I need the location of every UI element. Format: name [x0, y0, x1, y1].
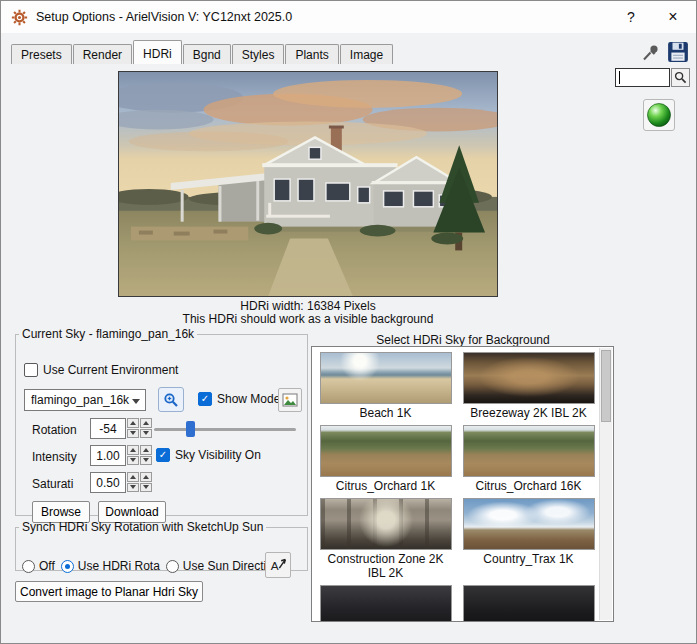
rotation-value[interactable]: -54: [90, 418, 126, 439]
saturation-label: Saturati: [32, 477, 73, 491]
hdri-thumbnail-label: Construction Zone 2K IBL 2K: [320, 552, 452, 580]
synch-group-title: Synch HDRi Sky Rotation with SketchUp Su…: [19, 520, 266, 534]
zoom-sky-button[interactable]: [158, 387, 184, 412]
tab-plants[interactable]: Plants: [285, 44, 338, 64]
show-mode-image-button[interactable]: [278, 388, 302, 412]
letter-a-arrow-icon: A: [268, 555, 288, 575]
sky-visibility-checkbox[interactable]: ✓ Sky Visibility On: [156, 448, 261, 462]
rotation-fine-up-button[interactable]: [140, 418, 152, 428]
hdri-item-beach[interactable]: Beach 1K: [314, 349, 457, 422]
slider-track: [154, 428, 296, 431]
radio-use-sun-direction[interactable]: Use Sun Directi: [166, 559, 266, 573]
up-arrow-icon: [143, 475, 149, 479]
saturation-fine-up-button[interactable]: [140, 472, 152, 482]
radio-dot: [22, 560, 35, 573]
slider-thumb[interactable]: [186, 421, 195, 437]
checkbox-box: ✓: [156, 448, 170, 462]
up-arrow-icon: [143, 421, 149, 425]
sky-select-dropdown[interactable]: flamingo_pan_16k: [24, 389, 146, 411]
rotation-fine-down-button[interactable]: [140, 429, 152, 439]
magnifier-icon: [674, 71, 687, 84]
save-button[interactable]: [667, 41, 689, 63]
search-input[interactable]: [615, 68, 670, 87]
hdri-thumbnail-label: Country_Trax 1K: [463, 552, 595, 566]
pin-button[interactable]: [641, 43, 661, 63]
saturation-down-button[interactable]: [127, 483, 139, 493]
tab-styles[interactable]: Styles: [232, 44, 285, 64]
intensity-fine-down-button[interactable]: [140, 456, 152, 466]
render-preview-image: [118, 71, 498, 297]
hdri-thumbnail-image: [320, 585, 452, 622]
hdri-list-scrollbar[interactable]: [599, 348, 612, 620]
down-arrow-icon: [143, 431, 149, 435]
checkbox-box: ✓: [198, 392, 212, 406]
show-mode-checkbox[interactable]: ✓ Show Mode: [198, 392, 280, 406]
hdri-thumbnail-image: [320, 498, 452, 550]
help-button[interactable]: ?: [610, 1, 652, 33]
hdri-width-caption: HDRi width: 16384 Pixels: [118, 299, 498, 313]
gear-icon: [11, 9, 28, 26]
tab-hdri[interactable]: HDRi: [133, 40, 182, 64]
intensity-fine-up-button[interactable]: [140, 445, 152, 455]
intensity-up-button[interactable]: [127, 445, 139, 455]
hdri-item-country-trax[interactable]: Country_Trax 1K: [457, 495, 600, 582]
rotation-down-button[interactable]: [127, 429, 139, 439]
tab-image[interactable]: Image: [340, 44, 393, 64]
radio-label: Use HDRi Rota: [78, 559, 160, 573]
north-angle-button[interactable]: A: [265, 552, 291, 578]
close-button[interactable]: ×: [652, 1, 694, 33]
blue-magnifier-icon: [163, 392, 179, 408]
up-arrow-icon: [143, 448, 149, 452]
intensity-down-button[interactable]: [127, 456, 139, 466]
hdri-item-citrus-orchard-1k[interactable]: Citrus_Orchard 1K: [314, 422, 457, 495]
sky-select-value: flamingo_pan_16k: [31, 393, 129, 407]
tab-presets[interactable]: Presets: [11, 44, 72, 64]
tab-strip: Presets Render HDRi Bgnd Styles Plants I…: [11, 40, 394, 64]
hdri-item-citrus-orchard-16k[interactable]: Citrus_Orchard 16K: [457, 422, 600, 495]
hdri-grid: Beach 1K Breezeway 2K IBL 2K Citrus_Orch…: [314, 349, 600, 622]
up-arrow-icon: [130, 421, 136, 425]
house-render-scene: [119, 72, 497, 296]
intensity-value[interactable]: 1.00: [90, 445, 126, 466]
saturation-up-button[interactable]: [127, 472, 139, 482]
use-current-environment-checkbox[interactable]: Use Current Environment: [24, 363, 178, 377]
search-button[interactable]: [671, 68, 690, 87]
hdri-thumbnail-image: [463, 352, 595, 404]
radio-label: Use Sun Directi: [183, 559, 266, 573]
tab-bgnd[interactable]: Bgnd: [183, 44, 231, 64]
rotation-slider[interactable]: [154, 420, 296, 438]
tab-render[interactable]: Render: [73, 44, 132, 64]
hdri-thumbnail-label: Beach 1K: [320, 406, 452, 420]
hdri-item-partial-right[interactable]: [457, 582, 600, 622]
hdri-thumbnail-image: [463, 585, 595, 622]
checkbox-label: Sky Visibility On: [175, 448, 261, 462]
down-arrow-icon: [143, 458, 149, 462]
radio-dot: [166, 560, 179, 573]
render-button[interactable]: [643, 99, 675, 131]
saturation-fine-down-button[interactable]: [140, 483, 152, 493]
saturation-value[interactable]: 0.50: [90, 472, 126, 493]
scrollbar-thumb[interactable]: [601, 350, 611, 422]
intensity-label: Intensity: [32, 450, 77, 464]
hdri-thumbnail-label: Breezeway 2K IBL 2K: [463, 406, 595, 420]
text-caret: [619, 71, 620, 84]
pushpin-icon: [641, 43, 661, 63]
rotation-spinner: -54: [90, 418, 152, 439]
radio-use-hdri-rotation[interactable]: Use HDRi Rota: [61, 559, 160, 573]
hdri-item-partial-left[interactable]: [314, 582, 457, 622]
hdri-note-caption: This HDRi should work as a visible backg…: [61, 312, 555, 326]
convert-planar-button[interactable]: Convert image to Planar Hdri Sky: [15, 581, 203, 602]
green-sphere-icon: [646, 102, 672, 128]
checkbox-box: [24, 363, 38, 377]
hdri-item-breezeway[interactable]: Breezeway 2K IBL 2K: [457, 349, 600, 422]
check-icon: ✓: [201, 394, 209, 404]
image-icon: [282, 392, 298, 408]
rotation-up-button[interactable]: [127, 418, 139, 428]
current-sky-group: Current Sky - flamingo_pan_16k Use Curre…: [15, 327, 308, 516]
checkbox-label: Show Mode: [217, 392, 280, 406]
radio-off[interactable]: Off: [22, 559, 55, 573]
titlebar: Setup Options - ArielVision V: YC12nxt 2…: [1, 1, 696, 33]
hdri-item-construction-zone[interactable]: Construction Zone 2K IBL 2K: [314, 495, 457, 582]
setup-options-dialog: Setup Options - ArielVision V: YC12nxt 2…: [0, 0, 697, 644]
radio-label: Off: [39, 559, 55, 573]
